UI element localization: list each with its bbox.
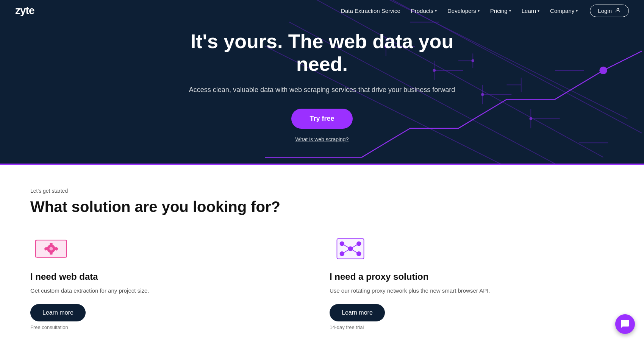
solutions-section: Let's get started What solution are you … <box>0 165 644 343</box>
nav-item-company[interactable]: Company ▾ <box>546 5 582 16</box>
hero-subtitle: Access clean, valuable data with web scr… <box>170 85 474 95</box>
nav-links: Data Extraction Service Products ▾ Devel… <box>336 5 582 16</box>
nav-item-developers[interactable]: Developers ▾ <box>443 5 484 16</box>
nav-link-learn[interactable]: Learn ▾ <box>517 5 544 16</box>
proxy-card-desc: Use our rotating proxy network plus the … <box>330 287 614 295</box>
nav-item-data-extraction[interactable]: Data Extraction Service <box>336 5 405 16</box>
nav-link-data-extraction[interactable]: Data Extraction Service <box>336 5 405 16</box>
chevron-down-icon: ▾ <box>478 9 480 13</box>
navbar: zyte Data Extraction Service Products ▾ … <box>0 0 644 21</box>
svg-point-22 <box>599 67 607 74</box>
learn-more-button-web-data[interactable]: Learn more <box>30 304 86 321</box>
nav-link-company[interactable]: Company ▾ <box>546 5 582 16</box>
solution-card-web-data: I need web data Get custom data extracti… <box>30 234 314 331</box>
web-data-card-desc: Get custom data extraction for any proje… <box>30 287 314 295</box>
proxy-icon <box>335 234 366 264</box>
nav-link-developers[interactable]: Developers ▾ <box>443 5 484 16</box>
hero-content: It's yours. The web data you need. Acces… <box>170 30 474 142</box>
chat-icon <box>620 319 630 329</box>
chevron-down-icon: ▾ <box>538 9 539 13</box>
svg-point-0 <box>617 8 619 10</box>
web-data-icon-wrap <box>30 234 72 264</box>
logo[interactable]: zyte <box>15 5 34 17</box>
proxy-card-title: I need a proxy solution <box>330 271 614 282</box>
hero-section: .circuit-line { stroke: #5b21b6; stroke-… <box>0 0 644 165</box>
proxy-footnote: 14-day free trial <box>330 324 614 330</box>
section-label: Let's get started <box>30 188 614 194</box>
hero-title: It's yours. The web data you need. <box>170 30 474 76</box>
svg-point-26 <box>529 117 532 120</box>
chevron-down-icon: ▾ <box>509 9 511 13</box>
web-data-footnote: Free consultation <box>30 324 314 330</box>
nav-link-products[interactable]: Products ▾ <box>406 5 441 16</box>
section-title: What solution are you looking for? <box>30 198 614 215</box>
nav-link-pricing[interactable]: Pricing ▾ <box>486 5 516 16</box>
nav-item-products[interactable]: Products ▾ <box>406 5 441 16</box>
learn-more-button-proxy[interactable]: Learn more <box>330 304 385 321</box>
chevron-down-icon: ▾ <box>576 9 578 13</box>
svg-point-25 <box>481 93 484 96</box>
web-scraping-link[interactable]: What is web scraping? <box>170 136 474 142</box>
try-free-button[interactable]: Try free <box>291 109 352 129</box>
nav-item-pricing[interactable]: Pricing ▾ <box>486 5 516 16</box>
nav-item-learn[interactable]: Learn ▾ <box>517 5 544 16</box>
solution-card-proxy: I need a proxy solution Use our rotating… <box>330 234 614 331</box>
svg-point-31 <box>49 247 53 250</box>
svg-rect-33 <box>50 252 52 254</box>
chat-button[interactable] <box>615 314 635 334</box>
chevron-down-icon: ▾ <box>435 9 437 13</box>
solutions-grid: I need web data Get custom data extracti… <box>30 234 614 331</box>
web-data-card-title: I need web data <box>30 271 314 282</box>
login-button[interactable]: Login <box>590 5 629 17</box>
user-icon <box>615 7 621 14</box>
svg-rect-32 <box>50 243 52 245</box>
gear-icon <box>32 234 70 264</box>
proxy-icon-wrap <box>330 234 371 264</box>
